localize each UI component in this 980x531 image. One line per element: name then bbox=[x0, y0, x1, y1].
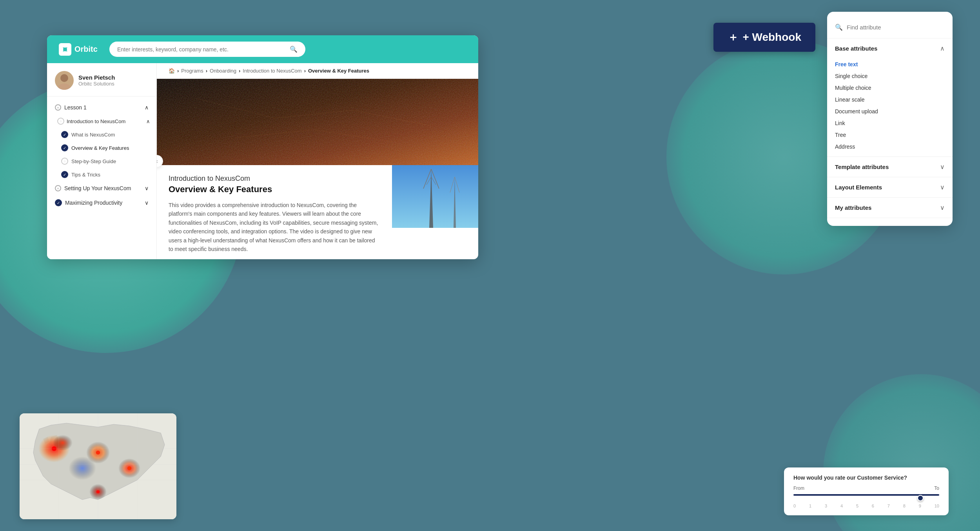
breadcrumb-sep-4: › bbox=[304, 68, 306, 74]
user-name: Sven Pietsch bbox=[78, 74, 115, 81]
setting-up-circle-icon: ○ bbox=[55, 185, 61, 191]
webhook-button[interactable]: ＋ + Webhook bbox=[713, 23, 815, 52]
layout-elements-header[interactable]: Layout Elements ∨ bbox=[827, 177, 953, 197]
my-attributes-title: My attributes bbox=[835, 204, 871, 211]
nav-item-tips[interactable]: ✓ Tips & Tricks bbox=[53, 168, 156, 181]
svg-rect-11 bbox=[392, 165, 478, 228]
intro-nexuscom-header[interactable]: ○ Introduction to NexusCom ∧ bbox=[53, 115, 156, 128]
maximizing-label: Maximizing Productivity bbox=[65, 200, 122, 206]
heatmap-map bbox=[20, 413, 176, 519]
logo-icon bbox=[59, 43, 71, 56]
lms-search-bar: 🔍 bbox=[109, 42, 305, 57]
attributes-panel: 🔍 Base attributes ∧ Free text Single cho… bbox=[827, 12, 953, 226]
svg-line-8 bbox=[235, 130, 314, 138]
maximizing-check-icon: ✓ bbox=[55, 199, 62, 206]
template-attributes-title: Template attributes bbox=[835, 164, 889, 170]
nav-item-what-is[interactable]: ✓ What is NexusCom bbox=[53, 128, 156, 141]
sidebar-lesson-1[interactable]: ○ Lesson 1 ∧ bbox=[47, 100, 156, 115]
sidebar-maximizing[interactable]: ✓ Maximizing Productivity ∨ bbox=[47, 195, 156, 210]
base-attributes-header[interactable]: Base attributes ∧ bbox=[827, 38, 953, 58]
rating-title: How would you rate our Customer Service? bbox=[793, 475, 939, 481]
setting-up-arrow: ∨ bbox=[145, 185, 149, 191]
content-subtitle: Overview & Key Features bbox=[169, 184, 380, 195]
svg-line-7 bbox=[353, 110, 431, 126]
base-attributes-section: Base attributes ∧ Free text Single choic… bbox=[827, 38, 953, 157]
content-text: Introduction to NexusCom Overview & Key … bbox=[157, 165, 392, 259]
half-check-guide: ○ bbox=[61, 158, 68, 165]
attr-item-link[interactable]: Link bbox=[835, 117, 945, 129]
content-area: Introduction to NexusCom Overview & Key … bbox=[157, 165, 478, 259]
attr-item-document-upload[interactable]: Document upload bbox=[835, 105, 945, 117]
layout-elements-arrow: ∨ bbox=[940, 184, 945, 191]
intro-nexuscom-label: Introduction to NexusCom bbox=[67, 118, 125, 124]
nav-item-overview-label: Overview & Key Features bbox=[71, 145, 129, 151]
breadcrumb-sep-2: › bbox=[206, 68, 207, 74]
rating-from-label: From bbox=[793, 486, 804, 491]
webhook-label: + Webhook bbox=[742, 31, 801, 44]
sidebar-nav: ○ Lesson 1 ∧ ○ Introduction to NexusCom … bbox=[47, 96, 156, 214]
tower-image bbox=[392, 165, 478, 228]
nav-item-what-is-label: What is NexusCom bbox=[71, 132, 115, 138]
rating-card: How would you rate our Customer Service?… bbox=[784, 467, 949, 515]
attr-item-tree[interactable]: Tree bbox=[835, 129, 945, 141]
sidebar-setting-up[interactable]: ○ Setting Up Your NexusCom ∨ bbox=[47, 181, 156, 195]
attr-item-linear-scale[interactable]: Linear scale bbox=[835, 94, 945, 105]
hero-image bbox=[157, 79, 478, 165]
my-attributes-header[interactable]: My attributes ∨ bbox=[827, 198, 953, 218]
attr-item-single-choice[interactable]: Single choice bbox=[835, 70, 945, 82]
user-org: Orbitc Solutions bbox=[78, 81, 115, 87]
nav-item-tips-label: Tips & Tricks bbox=[71, 172, 100, 178]
check-icon-tips: ✓ bbox=[61, 171, 68, 178]
rating-thumb[interactable] bbox=[917, 495, 924, 501]
check-icon-overview: ✓ bbox=[61, 144, 68, 151]
template-attributes-section: Template attributes ∨ bbox=[827, 157, 953, 177]
sidebar-user: Sven Pietsch Orbitc Solutions bbox=[47, 63, 156, 96]
lms-window: Orbitc 🔍 Sven Pietsch Orbitc Solutions bbox=[47, 35, 478, 259]
my-attributes-arrow: ∨ bbox=[940, 204, 945, 211]
rating-labels: From To bbox=[793, 486, 939, 491]
attr-search-input[interactable] bbox=[847, 24, 945, 31]
breadcrumb-current: Overview & Key Features bbox=[308, 68, 369, 74]
rating-track bbox=[793, 494, 939, 496]
lms-logo: Orbitc bbox=[59, 43, 98, 56]
setting-up-label: Setting Up Your NexusCom bbox=[64, 185, 131, 191]
plus-icon: ＋ bbox=[728, 30, 739, 45]
svg-rect-3 bbox=[157, 79, 478, 165]
nav-item-guide[interactable]: ○ Step-by-Step Guide bbox=[53, 155, 156, 168]
layout-elements-section: Layout Elements ∨ bbox=[827, 177, 953, 198]
svg-point-29 bbox=[127, 466, 131, 470]
content-description: This video provides a comprehensive intr… bbox=[169, 201, 380, 253]
svg-line-9 bbox=[314, 130, 392, 142]
heatmap-card bbox=[20, 413, 176, 519]
attr-item-free-text[interactable]: Free text bbox=[835, 58, 945, 70]
base-attributes-title: Base attributes bbox=[835, 45, 877, 52]
svg-point-1 bbox=[60, 74, 68, 82]
breadcrumb-programs[interactable]: Programs bbox=[181, 68, 203, 74]
rating-slider-wrap bbox=[793, 494, 939, 502]
content-intro-title: Introduction to NexusCom bbox=[169, 175, 380, 183]
svg-rect-4 bbox=[157, 79, 478, 165]
svg-line-6 bbox=[274, 110, 353, 118]
lms-search-input[interactable] bbox=[117, 46, 286, 53]
svg-point-2 bbox=[58, 84, 71, 90]
half-check-icon: ○ bbox=[57, 118, 64, 125]
attr-item-multiple-choice[interactable]: Multiple choice bbox=[835, 82, 945, 94]
breadcrumb-home-icon[interactable]: 🏠 bbox=[169, 68, 175, 74]
attr-item-address[interactable]: Address bbox=[835, 141, 945, 153]
search-icon: 🔍 bbox=[290, 45, 298, 53]
breadcrumb-sep-1: › bbox=[177, 68, 179, 74]
maximizing-arrow: ∨ bbox=[145, 200, 149, 206]
lesson-1-label: Lesson 1 bbox=[64, 104, 87, 111]
lms-sidebar: Sven Pietsch Orbitc Solutions ○ Lesson 1… bbox=[47, 63, 157, 259]
my-attributes-section: My attributes ∨ bbox=[827, 198, 953, 218]
template-attributes-arrow: ∨ bbox=[940, 163, 945, 171]
lms-header: Orbitc 🔍 bbox=[47, 35, 478, 63]
layout-elements-title: Layout Elements bbox=[835, 184, 882, 191]
breadcrumb-nexuscom[interactable]: Introduction to NexusCom bbox=[243, 68, 301, 74]
breadcrumb-onboarding[interactable]: Onboarding bbox=[210, 68, 236, 74]
breadcrumb: 🏠 › Programs › Onboarding › Introduction… bbox=[157, 63, 478, 79]
template-attributes-header[interactable]: Template attributes ∨ bbox=[827, 157, 953, 177]
nav-item-overview[interactable]: ✓ Overview & Key Features bbox=[53, 141, 156, 155]
base-attributes-arrow: ∧ bbox=[940, 45, 945, 52]
avatar bbox=[55, 71, 74, 90]
